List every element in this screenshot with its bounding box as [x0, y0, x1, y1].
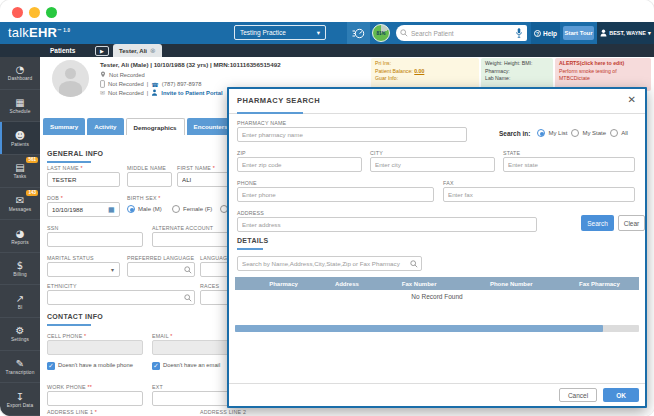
ethnicity-input[interactable] [47, 290, 195, 305]
address-input[interactable] [237, 217, 537, 232]
completion-meter[interactable]: 81% [372, 24, 390, 42]
sidebar-item-messages[interactable]: 143✉Messages [0, 188, 40, 221]
question-circle-icon: ? [534, 30, 541, 37]
search-icon[interactable] [184, 266, 192, 274]
search-in-group: Search in: My List My State All [499, 129, 628, 137]
bi-chart-icon: ↗ [16, 293, 24, 304]
work-phone-input[interactable] [47, 391, 143, 406]
patient-chart-tabs: Summary Activity Demographics Encounters [43, 118, 235, 135]
ok-button[interactable]: OK [603, 388, 639, 402]
radio-selected-icon [127, 205, 135, 213]
radio-selected-icon [537, 129, 545, 137]
results-table-header: Pharmacy Address Fax Number Phone Number… [235, 277, 639, 290]
tab-summary[interactable]: Summary [43, 118, 85, 135]
search-patient-input[interactable] [411, 30, 512, 37]
schedule-icon: ▦ [15, 97, 24, 108]
sidebar-item-bi[interactable]: ↗BI [0, 285, 40, 318]
city-input[interactable] [370, 157, 495, 172]
sidebar-item-tasks[interactable]: 561▤Tasks [0, 155, 40, 188]
clear-button[interactable]: Clear [618, 215, 645, 231]
sidebar-item-reports[interactable]: ◕Reports [0, 220, 40, 253]
patient-search [396, 25, 527, 41]
patient-name-line: Tester, Ali (Male) | 10/10/1988 (32 yrs)… [100, 61, 281, 68]
ssn-input[interactable] [47, 232, 143, 247]
messages-count-badge: 143 [26, 190, 38, 196]
sidebar-nav: ◔Dashboard ▦Schedule ☻Patients 561▤Tasks… [0, 57, 40, 416]
pharmacy-search-modal: PHARMACY SEARCH ✕ PHARMACY NAME Search i… [227, 87, 647, 408]
details-heading: DETAILS [237, 237, 269, 244]
patient-balance-link[interactable]: 0.00 [414, 68, 424, 74]
chevron-down-icon: ▾ [111, 266, 114, 273]
messages-icon: ✉ [16, 195, 24, 206]
user-menu[interactable]: BEST, WAYNE ▾ [597, 22, 654, 44]
app-logo: talkEHR™ 1.0 [8, 25, 70, 40]
scrollbar-thumb[interactable] [235, 325, 603, 332]
chevron-down-icon: ▾ [317, 26, 320, 39]
modal-title: PHARMACY SEARCH [237, 96, 320, 105]
practice-selector[interactable]: Testing Practice ▾ [234, 25, 326, 40]
zoom-window-button[interactable] [46, 7, 57, 18]
top-app-bar: talkEHR™ 1.0 Testing Practice ▾ 81% [0, 22, 654, 44]
phone-input[interactable] [237, 187, 434, 202]
search-in-my-state[interactable]: My State [571, 129, 606, 137]
marital-status-select[interactable] [47, 262, 120, 277]
sidebar-item-transcription[interactable]: ✎Transcription [0, 351, 40, 384]
close-icon[interactable]: ✕ [628, 94, 636, 105]
no-mobile-checkbox[interactable]: ✓ Doesn't have a mobile phone [47, 362, 145, 370]
chevron-down-icon: ▾ [648, 30, 651, 36]
close-tab-icon[interactable]: ⊗ [150, 47, 156, 55]
fax-input[interactable] [443, 187, 635, 202]
sidebar-item-schedule[interactable]: ▦Schedule [0, 90, 40, 123]
tasks-count-badge: 561 [26, 157, 38, 163]
sidebar-item-patients[interactable]: ☻Patients [0, 122, 40, 155]
cell-phone-input [47, 340, 143, 355]
invite-portal-link[interactable]: Invite to Patient Portal [161, 90, 222, 96]
last-name-input[interactable] [47, 172, 120, 187]
state-input[interactable] [503, 157, 635, 172]
patient-phone-line: Not Recorded | ☎ (787) 897-8978 [100, 80, 201, 88]
calendar-icon[interactable]: ▦ [108, 206, 115, 214]
radio-icon [610, 129, 618, 137]
empty-results-text: No Record Found [229, 293, 645, 300]
birth-sex-male-option[interactable]: Male (M) [127, 205, 162, 213]
gear-icon: ⚙ [16, 325, 25, 336]
patient-avatar [52, 60, 89, 97]
sidebar-item-dashboard[interactable]: ◔Dashboard [0, 57, 40, 90]
sidebar-item-settings[interactable]: ⚙Settings [0, 318, 40, 351]
tab-activity[interactable]: Activity [87, 118, 123, 135]
tasks-icon: ▤ [15, 162, 24, 173]
zip-input[interactable] [237, 157, 362, 172]
window-titlebar [0, 0, 654, 22]
help-button[interactable]: ? Help [531, 22, 560, 44]
search-in-my-list[interactable]: My List [537, 129, 567, 137]
portal-invite-icon [151, 89, 158, 96]
location-pin-icon [100, 71, 106, 78]
birth-sex-female-option[interactable]: Female (F) [172, 205, 212, 213]
sidebar-item-billing[interactable]: $Billing [0, 253, 40, 286]
timer-button[interactable] [347, 22, 370, 44]
search-in-all[interactable]: All [610, 129, 628, 137]
microphone-icon[interactable] [515, 27, 523, 39]
radio-icon [172, 205, 180, 213]
middle-name-input[interactable] [127, 172, 172, 187]
cancel-button[interactable]: Cancel [559, 388, 597, 402]
start-tour-button[interactable]: Start Tour [563, 26, 594, 40]
tab-scroll-button[interactable]: ▶ [95, 46, 109, 56]
pharmacy-name-input[interactable] [237, 127, 467, 142]
details-filter-input[interactable] [237, 256, 422, 271]
speedometer-icon [352, 27, 365, 40]
reports-icon: ◕ [16, 228, 25, 239]
close-window-button[interactable] [12, 7, 23, 18]
patient-tab-tester-ali[interactable]: Tester, Ali ⊗ [113, 44, 162, 57]
envelope-icon: ✉ [100, 89, 105, 96]
search-icon[interactable] [184, 294, 192, 302]
minimize-window-button[interactable] [29, 7, 40, 18]
patient-address-line: Not Recorded [100, 71, 145, 78]
search-button[interactable]: Search [581, 215, 614, 231]
sidebar-item-export-data[interactable]: ↧Export Data [0, 383, 40, 416]
dashboard-icon: ◔ [16, 64, 25, 75]
tab-demographics[interactable]: Demographics [126, 118, 185, 135]
checkbox-checked-icon: ✓ [47, 362, 55, 370]
app-window: talkEHR™ 1.0 Testing Practice ▾ 81% [0, 0, 654, 416]
horizontal-scrollbar[interactable] [235, 325, 639, 332]
